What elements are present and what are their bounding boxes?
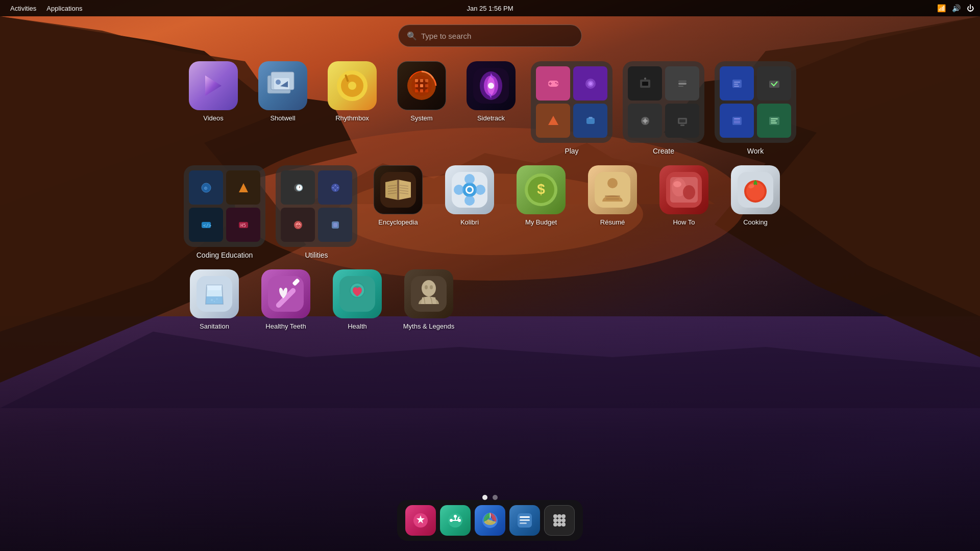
svg-point-32 (555, 82, 556, 83)
app-icon-kolibri (445, 165, 494, 214)
app-item-howto[interactable]: How To (653, 165, 715, 226)
svg-point-123 (430, 285, 433, 289)
app-item-resume[interactable]: Résumé (582, 165, 643, 226)
search-icon: 🔍 (407, 31, 417, 41)
svg-point-128 (454, 515, 457, 518)
svg-rect-18 (425, 79, 428, 82)
app-icon-myths (404, 269, 453, 318)
app-icon-cooking (731, 165, 780, 214)
app-item-create[interactable]: Create (623, 61, 704, 155)
app-icon-healthyteeth (261, 269, 310, 318)
svg-rect-39 (589, 117, 593, 119)
svg-rect-51 (734, 82, 740, 83)
app-item-cooking[interactable]: Cooking (725, 165, 786, 226)
search-bar[interactable]: 🔍 (398, 24, 582, 47)
svg-point-91 (475, 185, 485, 195)
svg-text:⛑: ⛑ (296, 221, 302, 229)
svg-text:🕐: 🕐 (296, 184, 303, 191)
svg-point-93 (467, 187, 472, 192)
svg-rect-45 (678, 86, 683, 87)
folder-label-work: Work (747, 147, 764, 155)
app-item-sanitation[interactable]: Sanitation (184, 269, 245, 330)
svg-rect-53 (734, 86, 739, 87)
app-item-utilities[interactable]: 🕐 ⛑ (276, 165, 357, 259)
app-item-health[interactable]: Health (327, 269, 388, 330)
app-item-coding-education[interactable]: ⊙ </> (184, 165, 265, 259)
app-item-rhythmbox[interactable]: Rhythmbox (323, 61, 382, 122)
app-item-play[interactable]: Play (531, 61, 612, 155)
svg-rect-100 (606, 198, 619, 199)
svg-point-141 (553, 518, 557, 522)
folder-label-utilities: Utilities (305, 251, 328, 259)
app-item-sidetrack[interactable]: Sidetrack (461, 61, 521, 122)
app-item-kolibri[interactable]: Kolibri (439, 165, 500, 226)
svg-text:</>: </> (203, 223, 212, 228)
dock-item-apps[interactable] (544, 505, 575, 536)
app-item-healthyteeth[interactable]: Healthy Teeth (255, 269, 316, 330)
app-item-myths[interactable]: Myths & Legends (398, 269, 459, 330)
app-label-howto: How To (673, 218, 695, 226)
svg-rect-41 (642, 82, 648, 86)
svg-point-90 (454, 185, 464, 195)
page-dot-2[interactable] (493, 495, 498, 500)
app-label-videos: Videos (203, 114, 224, 122)
svg-point-28 (488, 83, 494, 89)
app-icon-rhythmbox (328, 61, 377, 110)
svg-rect-22 (415, 89, 418, 92)
svg-point-138 (553, 514, 557, 518)
dock-item-browser[interactable] (475, 505, 505, 536)
app-label-resume: Résumé (600, 218, 625, 226)
app-item-mybudget[interactable]: $ My Budget (510, 165, 572, 226)
topbar: Activities Applications Jan 25 1:56 PM 📶… (0, 0, 980, 16)
app-item-work[interactable]: Work (715, 61, 796, 155)
app-item-shotwell[interactable]: Shotwell (253, 61, 312, 122)
activities-button[interactable]: Activities (6, 3, 40, 14)
app-icon-sidetrack (467, 61, 516, 110)
svg-point-144 (553, 522, 557, 527)
svg-point-142 (557, 518, 561, 522)
svg-rect-137 (520, 522, 527, 524)
svg-point-111 (211, 299, 213, 301)
folder-play (531, 61, 612, 143)
svg-marker-64 (239, 183, 248, 192)
app-icon-mybudget: $ (517, 165, 566, 214)
topbar-right: 📶 🔊 ⏻ (937, 4, 974, 12)
folder-create (623, 61, 704, 143)
page-dot-1[interactable] (482, 495, 487, 500)
svg-rect-23 (420, 89, 423, 92)
svg-point-98 (607, 178, 618, 188)
app-item-encyclopedia[interactable]: Encyclopedia (368, 165, 429, 226)
svg-point-146 (561, 522, 566, 527)
svg-rect-52 (734, 84, 738, 85)
svg-marker-37 (548, 116, 558, 125)
app-row-1: Videos Shotwell (184, 61, 796, 155)
dock-item-notes[interactable] (509, 505, 540, 536)
svg-point-143 (561, 518, 566, 522)
search-bar-container: 🔍 (398, 24, 582, 47)
app-item-videos[interactable]: Videos (184, 61, 243, 122)
svg-rect-77 (397, 180, 399, 200)
svg-rect-43 (678, 83, 687, 85)
svg-point-139 (557, 514, 561, 518)
svg-point-104 (683, 185, 695, 199)
svg-point-11 (348, 82, 356, 90)
svg-point-88 (464, 174, 475, 184)
svg-rect-75 (333, 223, 337, 227)
folder-label-create: Create (653, 147, 674, 155)
dock-item-git[interactable] (440, 505, 471, 536)
power-icon: ⏻ (967, 4, 974, 12)
svg-rect-97 (595, 172, 630, 208)
dock-item-software[interactable] (405, 505, 436, 536)
svg-rect-24 (425, 89, 428, 92)
app-icon-resume (588, 165, 637, 214)
app-row-2: ⊙ </> (184, 165, 796, 259)
app-icon-encyclopedia (374, 165, 423, 214)
svg-point-89 (464, 195, 475, 206)
app-label-kolibri: Kolibri (460, 218, 479, 226)
app-icon-shotwell (258, 61, 307, 110)
svg-text:H5: H5 (240, 223, 246, 228)
app-item-system[interactable]: System (392, 61, 451, 122)
applications-button[interactable]: Applications (42, 3, 86, 14)
svg-point-121 (422, 280, 436, 296)
search-input[interactable] (421, 32, 573, 40)
